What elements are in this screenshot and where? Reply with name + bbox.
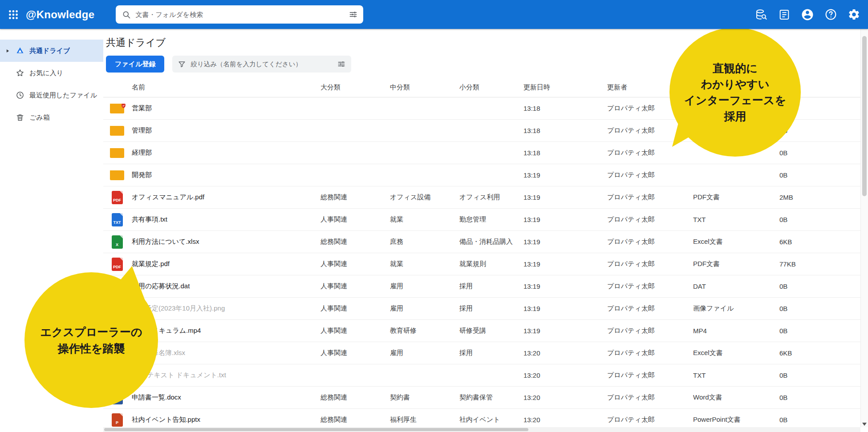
horizontal-scrollbar-thumb[interactable] xyxy=(104,428,528,431)
file-kind: PDF文書 xyxy=(693,260,779,268)
updated-time: 13:19 xyxy=(523,238,607,246)
file-kind: 画像ファイル xyxy=(693,304,779,313)
table-row[interactable]: 開発部13:19プロパティ太郎0B xyxy=(103,164,860,186)
drive-icon xyxy=(14,46,26,55)
column-header[interactable]: 更新日時 xyxy=(523,83,607,92)
scroll-down-icon[interactable] xyxy=(861,423,868,426)
updated-time: 13:20 xyxy=(523,349,607,357)
category-major: 人事関連 xyxy=(320,327,390,335)
file-name: 経理部 xyxy=(132,149,152,157)
search-tune-icon[interactable] xyxy=(349,10,358,21)
category-major: 総務関連 xyxy=(320,193,390,202)
search-icon xyxy=(122,10,131,19)
category-middle: 契約書 xyxy=(390,393,459,402)
file-size: 6KB xyxy=(779,349,860,357)
updated-by: プロパティ太郎 xyxy=(607,282,693,291)
updated-by: プロパティ太郎 xyxy=(607,260,693,268)
updated-time: 13:20 xyxy=(523,371,607,379)
search-input[interactable] xyxy=(135,11,344,18)
sidebar-item-common-drive[interactable]: 共通ドライブ xyxy=(0,40,103,62)
file-name: 社内イベント告知.pptx xyxy=(132,416,200,424)
table-row[interactable]: TXT共有事項.txt人事関連就業勤怠管理13:19プロパティ太郎TXT0B xyxy=(103,209,860,231)
account-icon[interactable] xyxy=(799,7,815,23)
category-middle: 雇用 xyxy=(390,282,459,291)
table-row[interactable]: PNG採用予定(2023年10月入社).png人事関連雇用採用13:19プロパテ… xyxy=(103,298,860,320)
sidebar-item-trash[interactable]: ごみ箱 xyxy=(0,106,103,129)
category-major: 人事関連 xyxy=(320,304,390,313)
updated-by: プロパティ太郎 xyxy=(607,371,693,380)
category-middle: 雇用 xyxy=(390,304,459,313)
category-middle: 就業 xyxy=(390,260,459,268)
category-middle: 就業 xyxy=(390,215,459,224)
folder-icon xyxy=(110,170,125,180)
vertical-scrollbar-thumb[interactable] xyxy=(862,36,867,196)
expand-caret-icon[interactable] xyxy=(4,49,11,53)
settings-icon[interactable] xyxy=(846,7,862,23)
category-minor: 採用 xyxy=(459,304,523,313)
file-kind: PowerPoint文書 xyxy=(693,416,779,424)
category-minor: 社内イベント xyxy=(459,416,523,424)
filter-input[interactable] xyxy=(191,61,333,68)
sidebar-item-favorites[interactable]: お気に入り xyxy=(0,62,103,84)
folder-icon xyxy=(110,148,125,158)
column-header[interactable]: 小分類 xyxy=(459,83,523,92)
global-search[interactable] xyxy=(116,5,363,24)
table-row[interactable]: W申請書一覧.docx総務関連契約書契約書保管13:20プロパティ太郎Word文… xyxy=(103,387,860,409)
table-row[interactable]: MP4研修カリキュラム.mp4人事関連教育研修研修受講13:19プロパティ太郎M… xyxy=(103,320,860,342)
column-header[interactable]: 大分類 xyxy=(320,83,390,92)
updated-time: 13:19 xyxy=(523,171,607,179)
file-kind: TXT xyxy=(693,216,779,223)
sidebar-item-label: 最近使用したファイル xyxy=(29,91,97,100)
sidebar-item-label: 共通ドライブ xyxy=(29,47,70,55)
table-row[interactable]: X利用方法について.xlsx総務関連庶務備品・消耗品購入13:19プロパティ太郎… xyxy=(103,231,860,253)
table-row[interactable]: TXT新規 テキスト ドキュメント.txt13:20プロパティ太郎TXT0B xyxy=(103,364,860,387)
table-row[interactable]: PDFオフィスマニュアル.pdf総務関連オフィス設備オフィス利用13:19プロパ… xyxy=(103,186,860,209)
updated-by: プロパティ太郎 xyxy=(607,416,693,424)
pptx-icon: P xyxy=(110,413,125,427)
updated-by: プロパティ太郎 xyxy=(607,171,693,179)
sidebar-item-recent-files[interactable]: 最近使用したファイル xyxy=(0,84,103,106)
filter-tune-icon[interactable] xyxy=(337,60,346,70)
help-icon[interactable] xyxy=(823,7,839,23)
filter-box[interactable] xyxy=(172,56,351,73)
category-major: 人事関連 xyxy=(320,282,390,291)
updated-time: 13:19 xyxy=(523,327,607,335)
bubble-text-line: わかりやすい xyxy=(684,76,786,92)
updated-by: プロパティ太郎 xyxy=(607,238,693,246)
updated-by: プロパティ太郎 xyxy=(607,393,693,402)
file-kind: Excel文書 xyxy=(693,349,779,357)
apps-grid-icon[interactable] xyxy=(4,6,22,24)
funnel-icon xyxy=(178,60,186,69)
file-name: 開発部 xyxy=(132,171,152,179)
file-size: 0B xyxy=(779,327,860,335)
category-middle: オフィス設備 xyxy=(390,193,459,202)
file-name: 管理部 xyxy=(132,126,152,135)
file-register-button[interactable]: ファイル登録 xyxy=(106,56,164,73)
file-kind: TXT xyxy=(693,371,779,379)
category-minor: 就業規則 xyxy=(459,260,523,268)
column-header[interactable]: 中分類 xyxy=(390,83,459,92)
horizontal-scrollbar[interactable] xyxy=(103,427,860,432)
category-minor: オフィス利用 xyxy=(459,193,523,202)
file-size: 77KB xyxy=(779,260,860,268)
category-middle: 教育研修 xyxy=(390,327,459,335)
file-name: 共有事項.txt xyxy=(132,215,167,224)
updated-time: 13:19 xyxy=(523,216,607,223)
database-search-icon[interactable] xyxy=(753,7,769,23)
file-size: 0B xyxy=(779,149,860,157)
updated-time: 13:19 xyxy=(523,305,607,312)
table-row[interactable]: X新人研修名簿.xlsx人事関連雇用採用13:20プロパティ太郎Excel文書6… xyxy=(103,342,860,364)
app-header: @Knowledge xyxy=(0,0,868,29)
column-header[interactable]: 名前 xyxy=(110,83,320,92)
document-list-icon[interactable] xyxy=(776,7,792,23)
file-size: 0B xyxy=(779,305,860,312)
bubble-text-line: 操作性を踏襲 xyxy=(40,340,142,356)
table-row[interactable]: DAT採用の応募状況.dat人事関連雇用採用13:19プロパティ太郎DAT0B xyxy=(103,275,860,298)
clock-icon xyxy=(14,91,26,100)
vertical-scrollbar[interactable] xyxy=(860,29,868,427)
updated-time: 13:19 xyxy=(523,283,607,290)
file-size: 6KB xyxy=(779,238,860,246)
table-row[interactable]: PDF就業規定.pdf人事関連就業就業規則13:19プロパティ太郎PDF文書77… xyxy=(103,253,860,275)
bubble-text-line: 採用 xyxy=(684,108,786,124)
file-name: 営業部 xyxy=(132,104,152,113)
